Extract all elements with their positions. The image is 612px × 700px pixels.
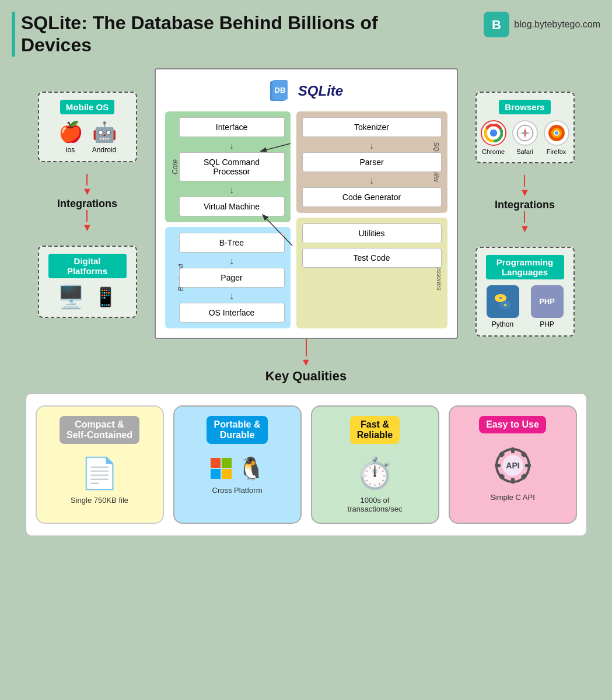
key-qualities-title: Key Qualities (265, 369, 347, 384)
php-text: PHP (539, 297, 555, 306)
chrome-label: Chrome (482, 148, 505, 155)
parser-box: Parser (302, 152, 442, 172)
compiler-section: SQL Compiler Tokenizer ↓ Parser ↓ Code G… (296, 111, 447, 213)
svg-text:API: API (506, 461, 519, 470)
php-icon: PHP (531, 285, 564, 318)
portable-icons: 🐧 (184, 456, 291, 481)
svg-rect-31 (495, 464, 501, 467)
right-integrations-section: ▼ Integrations ▼ (495, 175, 555, 235)
safari-label: Safari (516, 148, 533, 155)
programming-languages-label: Programming Languages (486, 255, 564, 279)
php-label: PHP (540, 320, 554, 328)
arrow-1: ↓ (179, 141, 285, 151)
python-icon (487, 285, 519, 318)
android-icon-item: 🤖 Android (92, 120, 117, 154)
arrow-3: ↓ (179, 256, 285, 267)
svg-point-23 (504, 304, 506, 306)
chrome-icon (481, 120, 506, 146)
easy-card: Easy to Use AP (449, 405, 577, 524)
portable-title: Portable &Durable (207, 416, 267, 444)
utilities-box: Utilities (302, 223, 442, 243)
windows-icon (209, 457, 233, 480)
core-section: Core Interface ↓ SQL CommandProcessor ↓ … (165, 111, 291, 222)
tablet-icon: 📱 (94, 286, 117, 308)
website-logo: B blog.bytebytego.com (484, 12, 600, 37)
left-integrations-label: Integrations (57, 198, 117, 210)
website-url: blog.bytebytego.com (514, 19, 600, 30)
qualities-container: Compact &Self-Contained 📄 Single 750KB f… (26, 393, 587, 536)
arrow-4: ↓ (179, 291, 285, 302)
safari-icon (512, 120, 538, 146)
browsers-label: Browsers (499, 100, 550, 114)
firefox-icon (544, 120, 569, 146)
page-title: SQLite: The Database Behind Billions of … (21, 12, 383, 57)
right-integrations-label: Integrations (495, 199, 555, 211)
api-gear-icon: API (492, 445, 533, 486)
compact-icon: 📄 (46, 456, 153, 491)
backend-section: Backend B-Tree ↓ Pager ↓ OS Interface (165, 227, 291, 328)
safari-item: Safari (512, 120, 538, 155)
right-integrations: Browsers (475, 92, 575, 337)
svg-point-22 (499, 297, 502, 299)
portable-card: Portable &Durable 🐧 Cross Platform (173, 405, 302, 524)
fast-subtitle: 1000s oftransactions/sec (321, 496, 429, 513)
sqlite-title: SQLite (298, 83, 343, 99)
mobile-os-box: Mobile OS 🍎 ios 🤖 Android (38, 92, 137, 162)
firefox-label: Firefox (547, 148, 566, 155)
svg-rect-32 (525, 464, 531, 467)
svg-rect-26 (211, 469, 221, 479)
btree-box: B-Tree (179, 233, 285, 253)
sqlite-header: DB SQLite (165, 79, 447, 103)
arrow-2: ↓ (179, 185, 285, 195)
left-integrations: Mobile OS 🍎 ios 🤖 Android ▼ Integrations… (38, 92, 137, 318)
test-code-box: Test Code (302, 248, 442, 268)
easy-title: Easy to Use (479, 416, 546, 433)
portable-subtitle: Cross Platform (184, 486, 291, 495)
qualities-row: Compact &Self-Contained 📄 Single 750KB f… (36, 405, 577, 524)
arrow-5: ↓ (302, 141, 442, 151)
ios-label: ios (66, 146, 75, 154)
fast-title: Fast &Reliable (350, 416, 400, 444)
digital-platforms-box: Digital Platforms 🖥️ 📱 (38, 246, 137, 318)
sqlite-logo-icon: DB (269, 79, 293, 103)
ios-icon-item: 🍎 ios (58, 120, 83, 154)
easy-subtitle: Simple C API (459, 493, 566, 502)
core-label: Core (171, 159, 179, 174)
firefox-item: Firefox (544, 120, 569, 155)
code-generator-box: Code Generator (302, 187, 442, 207)
svg-text:B: B (492, 18, 501, 32)
sql-command-processor-box: SQL CommandProcessor (179, 152, 285, 181)
left-column: Core Interface ↓ SQL CommandProcessor ↓ … (165, 111, 291, 328)
svg-rect-25 (222, 458, 232, 468)
php-item: PHP PHP (531, 285, 564, 328)
digital-platforms-label: Digital Platforms (48, 254, 127, 278)
pager-box: Pager (179, 268, 285, 288)
android-label: Android (92, 146, 116, 154)
left-integrations-section: ▼ Integrations ▼ (57, 174, 117, 234)
fast-card: Fast &Reliable ⏱️ 1000s oftransactions/s… (311, 405, 439, 524)
accessories-section: Accessories Utilities Test Code (296, 218, 447, 328)
arrow-6: ↓ (302, 176, 442, 186)
linux-icon: 🐧 (237, 456, 265, 481)
compact-subtitle: Single 750KB file (46, 496, 153, 505)
down-arrow-to-qualities: ▼ (155, 339, 458, 369)
svg-rect-30 (511, 478, 515, 484)
key-qualities-section: Key Qualities Compact &Self-Contained 📄 … (12, 369, 600, 536)
os-interface-box: OS Interface (179, 303, 285, 323)
mobile-os-label: Mobile OS (60, 100, 114, 114)
sqlite-diagram-box: DB SQLite Core Interface ↓ SQL CommandPr… (155, 68, 458, 339)
svg-point-19 (555, 131, 558, 135)
compact-title: Compact &Self-Contained (60, 416, 139, 444)
virtual-machine-box: Virtual Machine (179, 197, 285, 216)
interface-box: Interface (179, 117, 285, 137)
svg-rect-27 (222, 469, 232, 479)
fast-icon: ⏱️ (321, 456, 429, 491)
browsers-box: Browsers (475, 92, 575, 163)
api-icon-container: API (459, 445, 566, 488)
python-label: Python (492, 320, 513, 328)
programming-languages-box: Programming Languages Python (475, 247, 575, 337)
compact-card: Compact &Self-Contained 📄 Single 750KB f… (36, 405, 164, 524)
chrome-item: Chrome (481, 120, 506, 155)
svg-rect-29 (511, 447, 515, 453)
monitor-icon: 🖥️ (57, 284, 85, 310)
